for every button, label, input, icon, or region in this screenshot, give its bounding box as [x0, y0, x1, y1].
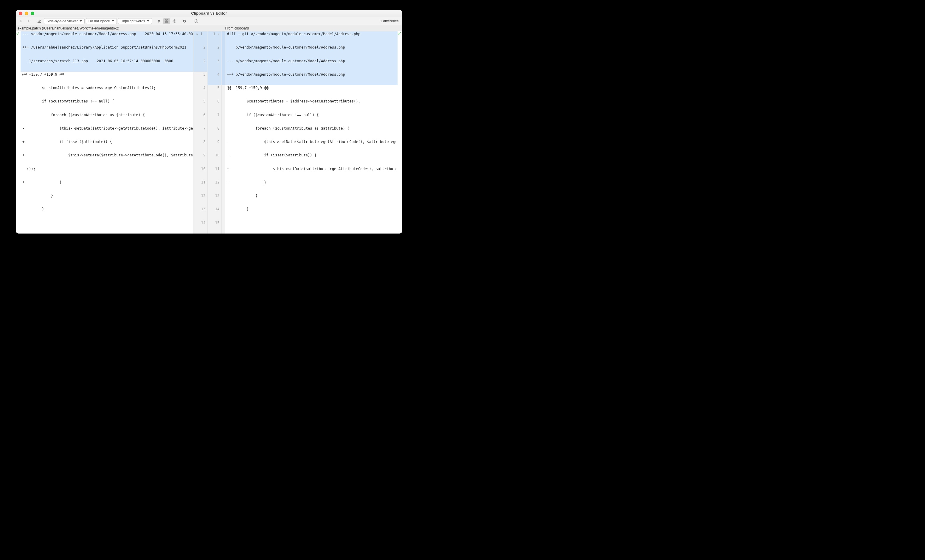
- gutter-left: 8: [193, 139, 207, 152]
- right-marker: [398, 99, 402, 112]
- diff-line-left[interactable]: - $this->setData($attribute->getAttribut…: [21, 126, 193, 139]
- diff-line-left[interactable]: +++ /Users/nahuelsanchez/Library/Applica…: [21, 45, 193, 58]
- diff-line-right[interactable]: --- a/vendor/magento/module-customer/Mod…: [225, 59, 398, 72]
- edit-icon[interactable]: [36, 18, 43, 24]
- left-marker: [16, 112, 21, 126]
- right-marker: [398, 220, 402, 233]
- diff-line-left[interactable]: $customAttributes = $address->getCustomA…: [21, 85, 193, 99]
- prev-diff-icon[interactable]: [18, 18, 24, 24]
- right-file-label: From clipboard: [223, 25, 402, 31]
- gutter-left: 7: [193, 126, 207, 139]
- collapse-unchanged-icon[interactable]: [155, 18, 162, 24]
- diff-connector: [222, 152, 225, 166]
- right-marker: [398, 139, 402, 152]
- diff-connector: [222, 85, 225, 99]
- diff-line-left[interactable]: + $this->setData($attribute->getAttribut…: [21, 152, 193, 166]
- gutter-right: 2: [207, 45, 222, 58]
- toolbar: Side-by-side viewer Do not ignore Highli…: [16, 17, 402, 25]
- right-marker: [398, 193, 402, 206]
- highlight-mode-dropdown[interactable]: Highlight words: [118, 18, 152, 24]
- left-marker: [16, 166, 21, 180]
- diff-line-right[interactable]: - $this->setData($attribute->getAttribut…: [225, 139, 398, 152]
- diff-line-right[interactable]: b/vendor/magento/module-customer/Model/A…: [225, 45, 398, 58]
- diff-line-right[interactable]: +++ b/vendor/magento/module-customer/Mod…: [225, 72, 398, 85]
- diff-line-right[interactable]: if ($customAttributes !== null) {: [225, 112, 398, 126]
- svg-text:?: ?: [196, 20, 197, 23]
- diff-line-right[interactable]: }: [225, 193, 398, 206]
- svg-point-2: [174, 20, 175, 21]
- left-marker: [16, 206, 21, 220]
- diff-connector: [222, 72, 225, 85]
- gutter-right: 12: [207, 180, 222, 193]
- diff-line-left[interactable]: [21, 220, 193, 233]
- left-marker: [16, 139, 21, 152]
- left-marker: [16, 220, 21, 233]
- diff-connector: [222, 112, 225, 126]
- right-marker: [398, 206, 402, 220]
- diff-line-right[interactable]: $customAttributes = $address->getCustomA…: [225, 99, 398, 112]
- settings-icon[interactable]: [171, 18, 178, 24]
- diff-line-right[interactable]: + if (isset($attribute)) {: [225, 152, 398, 166]
- diff-line-left[interactable]: }: [21, 193, 193, 206]
- diff-connector: [222, 31, 225, 45]
- gutter-right: 15: [207, 220, 222, 233]
- diff-line-left[interactable]: }: [21, 206, 193, 220]
- left-marker: [16, 85, 21, 99]
- left-marker: [16, 45, 21, 58]
- left-marker: [16, 99, 21, 112]
- gutter-right: 9: [207, 139, 222, 152]
- diff-line-right[interactable]: diff --git a/vendor/magento/module-custo…: [225, 31, 398, 45]
- right-marker: [398, 126, 402, 139]
- gutter-right: 7: [207, 112, 222, 126]
- left-marker: [16, 31, 21, 45]
- right-marker: [398, 72, 402, 85]
- diff-line-left[interactable]: --- vendor/magento/module-customer/Model…: [21, 31, 193, 45]
- diff-connector: [222, 180, 225, 193]
- refresh-icon[interactable]: [181, 18, 188, 24]
- diff-line-right[interactable]: + }: [225, 180, 398, 193]
- left-marker: [16, 126, 21, 139]
- gutter-right: 8: [207, 126, 222, 139]
- ignore-mode-label: Do not ignore: [89, 19, 110, 23]
- diff-count-label: 1 difference: [380, 19, 401, 23]
- diff-line-left[interactable]: + if (isset($attribute)) {: [21, 139, 193, 152]
- gutter-right: 6: [207, 99, 222, 112]
- chevron-down-icon: [112, 20, 114, 22]
- highlight-mode-label: Highlight words: [121, 19, 145, 23]
- chevron-down-icon: [80, 20, 82, 22]
- gutter-right: 10: [207, 152, 222, 166]
- next-diff-icon[interactable]: [25, 18, 32, 24]
- gutter-right: 1 «: [207, 31, 222, 45]
- right-marker: [398, 166, 402, 180]
- diff-line-right[interactable]: @@ -159,7 +159,9 @@: [225, 85, 398, 99]
- diff-connector: [222, 126, 225, 139]
- gutter-left: 2: [193, 59, 207, 72]
- help-icon[interactable]: ?: [193, 18, 200, 24]
- gutter-right: 4: [207, 72, 222, 85]
- diff-view[interactable]: --- vendor/magento/module-customer/Model…: [16, 31, 402, 233]
- diff-line-left[interactable]: foreach ($customAttributes as $attribute…: [21, 112, 193, 126]
- diff-line-left[interactable]: + }: [21, 180, 193, 193]
- diff-line-right[interactable]: foreach ($customAttributes as $attribute…: [225, 126, 398, 139]
- diff-line-left[interactable]: .1/scratches/scratch_113.php 2021-06-05 …: [21, 59, 193, 72]
- diff-line-right[interactable]: }: [225, 206, 398, 220]
- gutter-right: 13: [207, 193, 222, 206]
- diff-line-left[interactable]: @@ -159,7 +159,9 @@: [21, 72, 193, 85]
- diff-line-right[interactable]: [225, 220, 398, 233]
- diff-line-left[interactable]: ());: [21, 166, 193, 180]
- gutter-left: 12: [193, 193, 207, 206]
- diff-line-right[interactable]: + $this->setData($attribute->getAttribut…: [225, 166, 398, 180]
- viewer-mode-dropdown[interactable]: Side-by-side viewer: [44, 18, 84, 24]
- ignore-mode-dropdown[interactable]: Do not ignore: [86, 18, 117, 24]
- gutter-right: 14: [207, 206, 222, 220]
- right-marker: [398, 180, 402, 193]
- gutter-left: 10: [193, 166, 207, 180]
- sync-scroll-icon[interactable]: [163, 18, 170, 24]
- left-marker: [16, 180, 21, 193]
- left-marker: [16, 193, 21, 206]
- diff-line-left[interactable]: if ($customAttributes !== null) {: [21, 99, 193, 112]
- diff-connector: [222, 193, 225, 206]
- left-marker: [16, 152, 21, 166]
- gutter-left: 9: [193, 152, 207, 166]
- right-marker: [398, 45, 402, 58]
